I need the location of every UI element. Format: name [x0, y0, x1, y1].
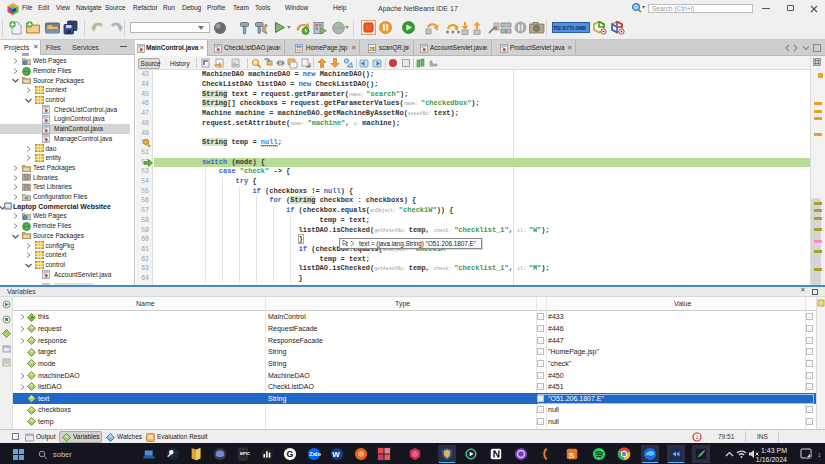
svg-text:S: S: [569, 451, 574, 460]
svg-text:Zalo: Zalo: [309, 451, 321, 457]
svg-text:W: W: [332, 450, 340, 459]
svg-text:G: G: [287, 449, 294, 459]
svg-text:JS: JS: [369, 46, 376, 52]
svg-text:EPIC: EPIC: [240, 451, 250, 456]
